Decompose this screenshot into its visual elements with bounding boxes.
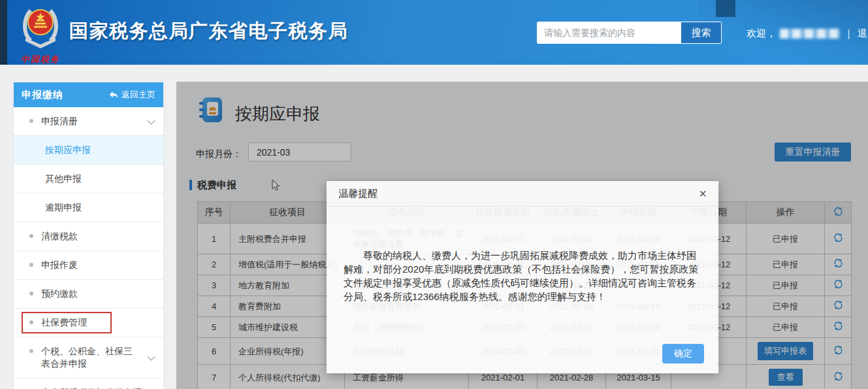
sidebar-item-pay-off-taxes[interactable]: 清缴税款 <box>14 222 163 250</box>
header-dark-corner <box>716 0 735 17</box>
chevron-down-icon <box>147 116 155 124</box>
search-input[interactable] <box>538 22 681 43</box>
search-group: 搜索 <box>537 22 722 44</box>
reply-arrow-icon <box>108 90 118 99</box>
search-button[interactable]: 搜索 <box>681 22 721 43</box>
bullet-icon <box>29 234 33 238</box>
chevron-down-icon <box>147 352 155 361</box>
tax-bureau-logo: 中国税务 <box>13 4 68 65</box>
annotation-red-box: 社保费管理 <box>22 312 112 333</box>
modal-body: 尊敬的纳税人、缴费人，为进一步巩固拓展减税降费成效，助力市场主体纾困解难，对部分… <box>327 207 718 303</box>
modal-header: 温馨提醒 × <box>327 181 718 207</box>
bullet-icon <box>29 320 33 324</box>
bullet-icon <box>29 119 33 123</box>
sidebar-item-other-declaration[interactable]: 其他申报 <box>14 164 163 193</box>
welcome-prefix: 欢迎， <box>747 27 776 40</box>
logo-caption: 中国税务 <box>13 54 68 65</box>
confirm-button[interactable]: 确定 <box>662 344 704 364</box>
logout-link[interactable]: 退出 <box>858 27 868 40</box>
sidebar-item-periodic-due-declaration[interactable]: 按期应申报 <box>14 135 163 164</box>
back-home-link[interactable]: 返回主页 <box>108 89 155 101</box>
sidebar-item-social-insurance-management[interactable]: 社保费管理 <box>14 308 163 337</box>
modal-title: 温馨提醒 <box>338 188 378 200</box>
reminder-text: 尊敬的纳税人、缴费人，为进一步巩固拓展减税降费成效，助力市场主体纾困解难，对部分… <box>344 248 701 303</box>
close-icon[interactable]: × <box>699 187 707 200</box>
sidebar-item-void-declaration[interactable]: 申报作废 <box>14 250 163 279</box>
divider: ｜ <box>844 27 854 40</box>
sidebar-item-overdue-declaration[interactable]: 逾期申报 <box>14 193 163 222</box>
portal-title: 国家税务总局广东省电子税务局 <box>69 18 348 44</box>
user-name-redacted <box>780 29 840 39</box>
sidebar-item-individual-income-tax-withholding[interactable]: 个人所得税代扣代缴申报 <box>14 378 163 389</box>
bullet-icon <box>29 292 33 296</box>
sidebar: 申报缴纳 返回主页 申报清册 按期应申报 其他申报 逾期申报 <box>14 82 163 389</box>
welcome-area: 欢迎， ｜ 退出 <box>747 27 868 40</box>
sidebar-item-combined-three-forms-declaration[interactable]: 个税、公积金、社保三表合并申报 <box>14 337 163 378</box>
sidebar-header: 申报缴纳 返回主页 <box>14 82 163 107</box>
header-dark-strip <box>0 0 7 65</box>
sidebar-item-declaration-roster[interactable]: 申报清册 <box>14 107 163 135</box>
sidebar-menu: 申报清册 按期应申报 其他申报 逾期申报 清缴税款 申报作废 预约缴款 <box>14 107 163 389</box>
app-header: 中国税务 国家税务总局广东省电子税务局 搜索 欢迎， ｜ 退出 <box>0 0 868 65</box>
sidebar-item-appointment-payment[interactable]: 预约缴款 <box>14 279 163 308</box>
reminder-modal: 温馨提醒 × 尊敬的纳税人、缴费人，为进一步巩固拓展减税降费成效，助力市场主体纾… <box>327 181 718 373</box>
sidebar-title: 申报缴纳 <box>22 89 63 101</box>
national-emblem-icon <box>20 4 61 50</box>
bullet-icon <box>29 263 33 267</box>
page: 中国税务 国家税务总局广东省电子税务局 搜索 欢迎， ｜ 退出 申报缴纳 返回主… <box>0 0 868 389</box>
bullet-icon <box>29 349 33 353</box>
